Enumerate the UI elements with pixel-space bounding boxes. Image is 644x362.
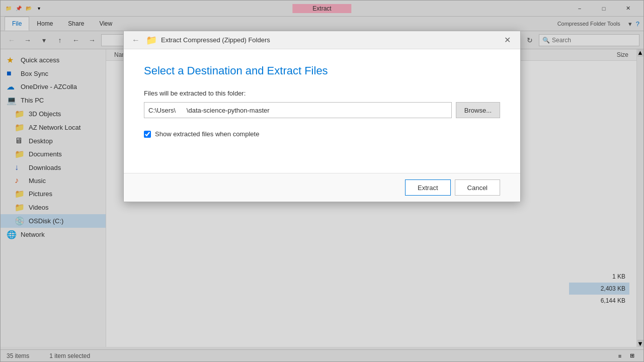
dialog-heading: Select a Destination and Extract Files [144,64,500,77]
dialog-body: Select a Destination and Extract Files F… [124,49,520,173]
dialog-checkbox-row: Show extracted files when complete [144,130,500,138]
dialog-title-text: Extract Compressed (Zipped) Folders [161,36,496,44]
dialog-path-label: Files will be extracted to this folder: [144,89,500,97]
zip-folder-icon: 📁 [146,35,157,46]
dialog-overlay: ← 📁 Extract Compressed (Zipped) Folders … [1,1,643,361]
dialog-path-row: Browse... [144,102,500,118]
extract-button[interactable]: Extract [405,179,450,196]
dialog-path-input[interactable] [144,102,452,118]
explorer-window: 📁 📌 📂 ▾ Extract − □ ✕ File Home Share Vi… [0,0,644,362]
browse-button[interactable]: Browse... [456,102,500,118]
dialog-footer: Extract Cancel [124,173,520,202]
checkbox-label: Show extracted files when complete [155,130,259,138]
extract-dialog: ← 📁 Extract Compressed (Zipped) Folders … [123,31,521,202]
cancel-button[interactable]: Cancel [455,179,500,196]
dialog-title-bar: ← 📁 Extract Compressed (Zipped) Folders … [124,31,520,49]
dialog-back-button[interactable]: ← [130,34,142,46]
show-files-checkbox[interactable] [144,131,151,138]
dialog-close-button[interactable]: ✕ [500,33,514,47]
